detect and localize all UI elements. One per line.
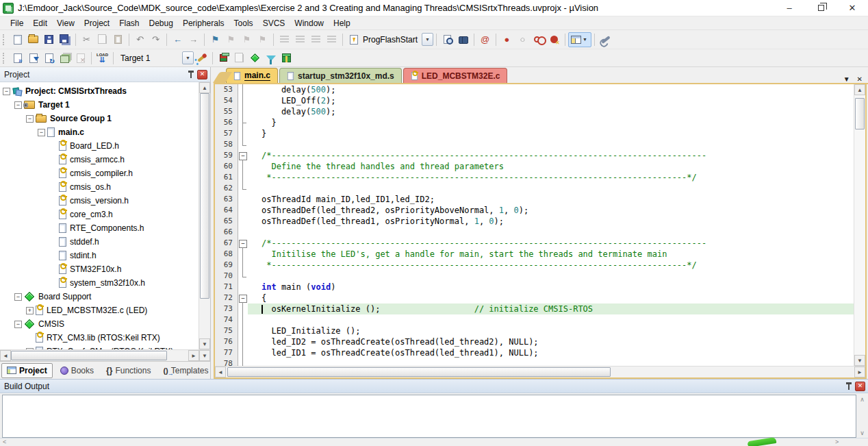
collapse-icon[interactable]: − (3, 88, 10, 95)
scroll-right-icon[interactable]: ► (854, 367, 865, 377)
save-icon[interactable] (41, 32, 57, 47)
menu-view[interactable]: View (52, 17, 79, 29)
panel-tab-templates[interactable]: ()Templates (158, 363, 213, 378)
rebuild-icon[interactable] (41, 51, 57, 66)
tree-item-stddef-h[interactable]: stddef.h (0, 235, 199, 249)
collapse-icon[interactable]: − (38, 129, 45, 136)
code-line-74[interactable]: 74 (215, 314, 854, 325)
window-layout-button[interactable]: ▼ (568, 32, 591, 47)
scroll-thumb[interactable] (200, 93, 209, 299)
indent-icon[interactable] (292, 32, 308, 47)
target-select-dropdown[interactable]: ▼ (182, 51, 194, 64)
select-packs-icon[interactable] (263, 51, 279, 66)
comment-selection-icon[interactable] (308, 32, 324, 47)
tree-item-cmsis[interactable]: −CMSIS (0, 317, 199, 331)
scroll-thumb[interactable] (227, 367, 611, 377)
editor-tab-main-c[interactable]: main.c (226, 68, 278, 83)
scroll-down-icon[interactable]: ∨ (860, 430, 865, 436)
tree-item-cmsis-version-h[interactable]: cmsis_version.h (0, 194, 199, 208)
restore-button[interactable] (805, 0, 837, 16)
save-all-icon[interactable] (57, 32, 73, 47)
editor-scrollbar[interactable]: ▲ ▼ (854, 84, 865, 366)
scroll-track[interactable] (854, 95, 865, 355)
code-line-65[interactable]: 65osThreadDef(led_thread1, osPriorityNor… (215, 216, 854, 227)
code-editor[interactable]: 53 delay(500);54 LED_Off(2);55 delay(500… (215, 84, 854, 366)
copy-icon[interactable] (94, 32, 110, 47)
code-line-71[interactable]: 71int main (void) (215, 282, 854, 293)
tree-item-rtx-cm3-lib-rtos-keil-rtx[interactable]: RTX_CM3.lib (RTOS:Keil RTX) (0, 331, 199, 345)
project-tree-hscrollbar[interactable]: ◄ ► ▼ (0, 349, 210, 361)
code-line-56[interactable]: 56 } (215, 117, 854, 128)
editor-tab-startup-stm32f10x-md-s[interactable]: startup_stm32f10x_md.s (279, 68, 402, 83)
chevron-down-icon[interactable]: ▼ (581, 33, 589, 47)
translate-icon[interactable] (10, 51, 25, 66)
clear-bookmarks-icon[interactable]: ⚑ (255, 32, 270, 47)
find-icon[interactable] (455, 32, 471, 47)
insert-breakpoint-icon[interactable]: ● (499, 32, 515, 47)
minimize-button[interactable]: – (774, 0, 805, 16)
code-line-64[interactable]: 64osThreadDef(led_thread2, osPriorityAbo… (215, 205, 854, 216)
code-line-75[interactable]: 75 LED_Initialize (); (215, 325, 854, 336)
open-file-icon[interactable] (25, 32, 41, 47)
tree-item-core-cm3-h[interactable]: core_cm3.h (0, 208, 199, 221)
tree-item-led-mcbstm32e-c-led[interactable]: +LED_MCBSTM32E.c (LED) (0, 303, 199, 317)
code-line-61[interactable]: 61 *------------------------------------… (215, 172, 854, 183)
uncomment-selection-icon[interactable] (324, 32, 340, 47)
menu-flash[interactable]: Flash (114, 17, 144, 29)
pin-panel-icon[interactable] (188, 70, 194, 79)
collapse-icon[interactable]: − (14, 293, 22, 301)
editor-tab-led-mcbstm32e-c[interactable]: LED_MCBSTM32E.c (403, 68, 508, 83)
manage-runtime-env-icon[interactable] (247, 51, 263, 66)
panel-tab-functions[interactable]: {}Functions (101, 363, 155, 378)
tree-item-cmsis-os-h[interactable]: cmsis_os.h (0, 180, 199, 194)
tree-item-cmsis-compiler-h[interactable]: cmsis_compiler.h (0, 166, 199, 180)
menu-tools[interactable]: Tools (229, 17, 258, 29)
code-line-69[interactable]: 69 *------------------------------------… (215, 260, 854, 271)
scroll-left-icon[interactable]: ◄ (215, 367, 226, 377)
tree-item-rtx-conf-cm-c-rtos-keil-rtx[interactable]: +RTX_Conf_CM.c (RTOS:Keil RTX) (0, 345, 199, 349)
close-button[interactable]: ✕ (837, 0, 868, 16)
code-line-58[interactable]: 58 (215, 139, 854, 150)
paste-icon[interactable] (110, 32, 126, 47)
code-line-63[interactable]: 63osThreadId main_ID,led_ID1,led_ID2; (215, 194, 854, 205)
prev-bookmark-icon[interactable]: ⚑ (223, 32, 239, 47)
code-line-76[interactable]: 76 led_ID2 = osThreadCreate(osThread(led… (215, 336, 854, 347)
scroll-right-icon[interactable]: > (835, 438, 839, 446)
build-output-content[interactable] (2, 395, 856, 438)
code-line-59[interactable]: 59/*------------------------------------… (215, 150, 854, 161)
menu-svcs[interactable]: SVCS (258, 17, 290, 29)
fold-collapse-icon[interactable] (238, 150, 248, 161)
code-line-68[interactable]: 68 Initilise the LED's, get a handle for… (215, 249, 854, 260)
scroll-track[interactable] (11, 350, 188, 361)
tree-item-system-stm32f10x-h[interactable]: system_stm32f10x.h (0, 276, 199, 290)
options-for-target-icon[interactable] (194, 51, 209, 66)
close-panel-icon[interactable]: ✕ (855, 382, 865, 391)
panel-tab-books[interactable]: Books (55, 363, 99, 378)
find-in-files-icon[interactable] (439, 32, 455, 47)
code-line-67[interactable]: 67/*------------------------------------… (215, 238, 854, 249)
fold-collapse-icon[interactable] (238, 238, 248, 249)
kill-breakpoints-icon[interactable] (546, 32, 562, 47)
collapse-icon[interactable]: − (14, 321, 22, 328)
lookup-symbol-icon[interactable]: @ (477, 32, 493, 47)
code-line-53[interactable]: 53 delay(500); (215, 84, 854, 95)
scroll-down-icon[interactable]: ▼ (199, 338, 210, 349)
tab-list-dropdown-icon[interactable]: ▼ (843, 75, 850, 83)
manage-project-items-icon[interactable] (216, 51, 231, 66)
navigate-back-icon[interactable]: ← (170, 32, 186, 47)
build-icon[interactable] (25, 51, 41, 66)
code-line-73[interactable]: 73 osKernelInitialize (); // initialize … (215, 303, 854, 314)
tree-item-stdint-h[interactable]: stdint.h (0, 249, 199, 262)
code-line-60[interactable]: 60 Define the thread handles and thread … (215, 161, 854, 172)
insert-bookmark-icon[interactable]: ⚑ (207, 32, 223, 47)
next-bookmark-icon[interactable]: ⚑ (239, 32, 255, 47)
scroll-up-icon[interactable]: ▲ (854, 84, 865, 95)
menu-help[interactable]: Help (329, 17, 355, 29)
close-panel-icon[interactable]: ✕ (197, 70, 207, 79)
new-file-icon[interactable] (10, 32, 25, 47)
panel-dropdown-icon[interactable]: ▼ (199, 350, 210, 361)
fold-collapse-icon[interactable] (238, 293, 248, 303)
scroll-thumb[interactable] (11, 351, 167, 360)
navigate-forward-icon[interactable]: → (186, 32, 201, 47)
build-output-scrollbar[interactable]: ∧ ∨ (856, 395, 868, 438)
